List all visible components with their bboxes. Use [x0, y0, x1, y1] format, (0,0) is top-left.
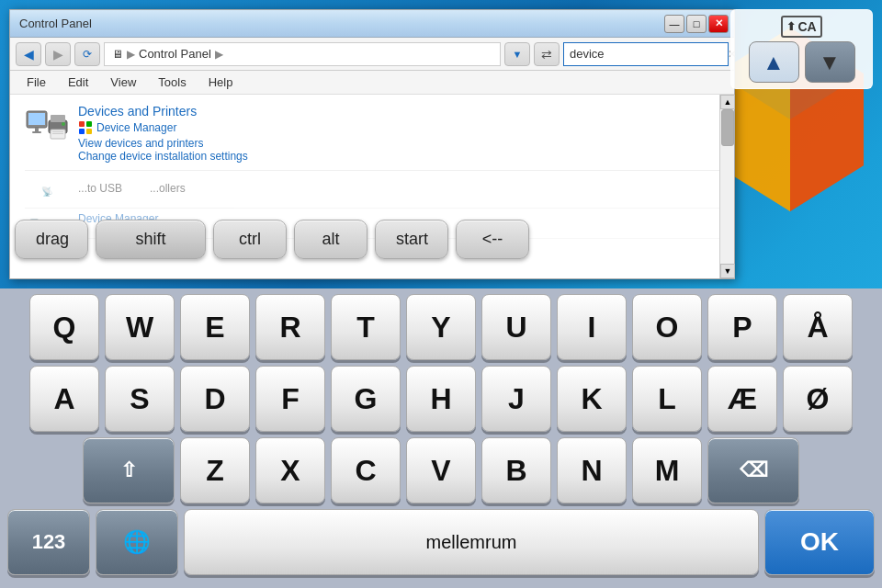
key-x[interactable]: X: [255, 437, 325, 503]
special-keys-row: drag shift ctrl alt start <--: [7, 216, 522, 263]
maximize-button[interactable]: □: [686, 15, 707, 33]
keyboard-row-1: Q W E R T Y U I O P Å: [7, 294, 875, 360]
key-w[interactable]: W: [105, 294, 175, 360]
address-dropdown[interactable]: ▼: [504, 42, 530, 66]
key-k[interactable]: K: [557, 366, 627, 432]
key-v[interactable]: V: [406, 437, 476, 503]
key-z[interactable]: Z: [180, 437, 250, 503]
key-ae[interactable]: Æ: [707, 366, 777, 432]
tray-label: CA: [797, 19, 816, 34]
back-button[interactable]: ◀: [16, 42, 41, 66]
tray-scroll-down[interactable]: ▼: [805, 41, 855, 83]
menu-help[interactable]: Help: [199, 74, 243, 91]
scroll-down-button[interactable]: ▼: [720, 264, 735, 278]
key-y[interactable]: Y: [406, 294, 476, 360]
space-key[interactable]: mellemrum: [184, 509, 759, 575]
menu-edit[interactable]: Edit: [59, 74, 97, 91]
keyboard-row-2: A S D F G H J K L Æ Ø: [7, 366, 875, 432]
key-e[interactable]: E: [180, 294, 250, 360]
tray-widget: ⬆ CA ▲ ▼: [730, 9, 873, 89]
drag-key[interactable]: drag: [15, 220, 88, 259]
search-box: ✕: [563, 42, 729, 66]
address-path[interactable]: 🖥 ▶ Control Panel ▶: [104, 42, 501, 66]
svg-rect-7: [52, 131, 63, 132]
forward-button[interactable]: ▶: [45, 42, 71, 66]
tray-top-row: ⬆ CA: [781, 16, 821, 38]
tray-icon-box: ⬆ CA: [781, 16, 821, 38]
keyboard-row-4: 123 🌐 mellemrum OK: [7, 509, 875, 575]
result-item: Devices and Printers Device Manager View…: [25, 104, 719, 171]
menu-bar: File Edit View Tools Help: [10, 71, 734, 95]
scroll-up-button[interactable]: ▲: [720, 95, 735, 109]
nav-extra-button[interactable]: ⇄: [534, 42, 560, 66]
key-s[interactable]: S: [105, 366, 175, 432]
key-d[interactable]: D: [180, 366, 250, 432]
ok-key[interactable]: OK: [764, 509, 875, 575]
globe-key[interactable]: 🌐: [96, 509, 178, 575]
result-item-usb: 📡 ...to USB ...ollers: [25, 182, 719, 209]
key-oe[interactable]: Ø: [783, 366, 853, 432]
key-t[interactable]: T: [331, 294, 401, 360]
svg-rect-2: [35, 128, 39, 131]
result-link2[interactable]: Change device installation settings: [78, 150, 248, 163]
usb-icon: 📡: [25, 182, 69, 200]
key-h[interactable]: H: [406, 366, 476, 432]
svg-rect-11: [86, 121, 92, 127]
key-p[interactable]: P: [707, 294, 777, 360]
key-g[interactable]: G: [331, 366, 401, 432]
address-bar: ◀ ▶ ⟳ 🖥 ▶ Control Panel ▶ ▼ ⇄ ✕: [10, 38, 734, 71]
result-link1[interactable]: View devices and printers: [78, 137, 248, 150]
window-title: Control Panel: [19, 17, 92, 30]
result-content: Devices and Printers Device Manager View…: [78, 104, 248, 163]
ctrl-key[interactable]: ctrl: [213, 220, 287, 259]
key-i[interactable]: I: [557, 294, 627, 360]
svg-rect-10: [79, 121, 85, 127]
svg-rect-1: [28, 113, 45, 125]
key-b[interactable]: B: [481, 437, 551, 503]
shift-key-special[interactable]: shift: [96, 220, 206, 259]
svg-rect-5: [51, 115, 65, 122]
keyboard-row-3: ⇧ Z X C V B N M ⌫: [7, 437, 875, 503]
key-r[interactable]: R: [255, 294, 325, 360]
result-subtitle[interactable]: Device Manager: [78, 120, 248, 135]
key-n[interactable]: N: [557, 437, 627, 503]
devices-icon: [25, 104, 69, 152]
address-path-text: Control Panel: [139, 47, 211, 61]
svg-rect-8: [52, 133, 63, 134]
backspace-key[interactable]: <--: [456, 220, 529, 259]
search-input[interactable]: [570, 47, 724, 61]
key-l[interactable]: L: [632, 366, 702, 432]
menu-file[interactable]: File: [17, 74, 55, 91]
menu-tools[interactable]: Tools: [149, 74, 195, 91]
tray-scroll-up[interactable]: ▲: [749, 41, 799, 83]
key-f[interactable]: F: [255, 366, 325, 432]
start-key[interactable]: start: [375, 220, 448, 259]
keyboard-overlay: Q W E R T Y U I O P Å A S D F G H J K L …: [0, 294, 882, 588]
key-m[interactable]: M: [632, 437, 702, 503]
svg-point-9: [62, 122, 65, 126]
keyboard: Q W E R T Y U I O P Å A S D F G H J K L …: [0, 288, 882, 588]
key-aa[interactable]: Å: [783, 294, 853, 360]
shift-key-kb[interactable]: ⇧: [83, 437, 175, 503]
refresh-button[interactable]: ⟳: [74, 42, 100, 66]
tray-arrow-up-indicator: ⬆: [786, 20, 796, 33]
menu-view[interactable]: View: [101, 74, 145, 91]
scroll-thumb[interactable]: [721, 109, 734, 146]
title-bar-buttons: — □ ✕: [664, 15, 729, 33]
svg-rect-13: [86, 129, 92, 134]
close-button[interactable]: ✕: [708, 15, 729, 33]
key-c[interactable]: C: [331, 437, 401, 503]
scrollbar[interactable]: ▲ ▼: [719, 95, 734, 278]
key-j[interactable]: J: [481, 366, 551, 432]
alt-key[interactable]: alt: [294, 220, 368, 259]
title-bar: Control Panel — □ ✕: [10, 10, 734, 38]
key-a[interactable]: A: [29, 366, 99, 432]
result-title[interactable]: Devices and Printers: [78, 104, 248, 119]
key-u[interactable]: U: [481, 294, 551, 360]
tray-arrows: ▲ ▼: [749, 41, 855, 83]
minimize-button[interactable]: —: [664, 15, 684, 33]
backspace-key-kb[interactable]: ⌫: [707, 437, 799, 503]
key-q[interactable]: Q: [29, 294, 99, 360]
num-key[interactable]: 123: [7, 509, 90, 575]
key-o[interactable]: O: [632, 294, 702, 360]
